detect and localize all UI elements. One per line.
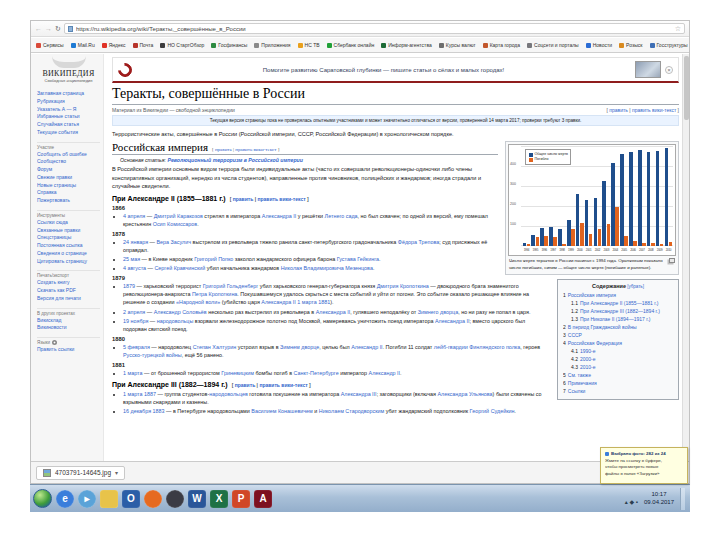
toc-entry[interactable]: 1Российская империя bbox=[563, 291, 673, 299]
sidebar-item[interactable]: Свежие правки bbox=[37, 174, 100, 182]
bookmark-item[interactable]: Карта города bbox=[483, 42, 520, 48]
sidebar-item[interactable]: Форум bbox=[37, 166, 100, 174]
sidebar-item[interactable]: Править ссылки bbox=[37, 346, 100, 354]
gear-icon[interactable] bbox=[52, 340, 57, 345]
bookmark-item[interactable]: Розыск bbox=[619, 42, 642, 48]
download-item[interactable]: 4703791-14645.jpg ▾ bbox=[36, 466, 125, 480]
sidebar-item[interactable]: Новые страницы bbox=[37, 182, 100, 190]
back-button[interactable]: ← bbox=[35, 25, 42, 32]
download-expand-caret[interactable]: ▾ bbox=[115, 469, 118, 476]
media-player-icon[interactable]: ▸ bbox=[78, 490, 96, 508]
bookmark-item[interactable]: Сервисы bbox=[36, 42, 64, 48]
wiki-link[interactable]: Александр II bbox=[369, 370, 400, 376]
toc-entry[interactable]: 1.2При Александре III (1882—1894 г.) bbox=[563, 307, 673, 315]
sidebar-item[interactable]: Сообщить об ошибке bbox=[37, 151, 100, 159]
wiki-link[interactable]: 16 декабря bbox=[123, 408, 151, 414]
bookmark-item[interactable]: Госфинансы bbox=[211, 42, 247, 48]
wiki-link[interactable]: народовольцы bbox=[157, 318, 194, 324]
bookmark-item[interactable]: НС ТВ bbox=[298, 42, 320, 48]
sidebar-item[interactable]: Сообщество bbox=[37, 158, 100, 166]
bookmark-star-icon[interactable]: ☆ bbox=[675, 25, 681, 33]
wiki-link[interactable]: Вера Засулич bbox=[156, 239, 191, 245]
reload-button[interactable]: ↻ bbox=[55, 25, 61, 32]
toc-entry[interactable]: 6Примечания bbox=[563, 379, 673, 387]
sidebar-item[interactable]: Случайная статья bbox=[37, 121, 100, 129]
acrobat-icon[interactable]: A bbox=[254, 490, 272, 508]
wiki-link[interactable]: «Народной воли» bbox=[176, 299, 220, 305]
toc-entry[interactable]: 4.32010-е bbox=[563, 363, 673, 371]
forward-button[interactable]: → bbox=[45, 25, 52, 32]
sidebar-item[interactable]: Создать книгу bbox=[37, 279, 100, 287]
edit-wikitext-link[interactable]: править вики-текст bbox=[257, 196, 305, 202]
bookmark-item[interactable]: Почта bbox=[133, 42, 154, 48]
sidebar-item[interactable]: Сведения о странице bbox=[37, 250, 100, 258]
edit-link[interactable]: править bbox=[235, 382, 256, 388]
bookmark-item[interactable]: Курсы валют bbox=[439, 42, 476, 48]
bookmark-item[interactable]: Новости bbox=[586, 42, 612, 48]
edit-wikitext-link[interactable]: править вики-текст bbox=[632, 107, 676, 113]
notification-popup[interactable]: Выбрано фото: 282 из 24Жмите на ссылку в… bbox=[600, 447, 688, 484]
wiki-link[interactable]: Санкт-Петербурге bbox=[294, 370, 339, 376]
sidebar-item[interactable]: Текущие события bbox=[37, 129, 100, 137]
wiki-link[interactable]: Русско-турецкой войны bbox=[123, 352, 182, 358]
bookmark-item[interactable]: Mail.Ru bbox=[71, 42, 95, 48]
sidebar-item[interactable]: Викиновости bbox=[37, 324, 100, 332]
wiki-link[interactable]: Григорий Попко bbox=[194, 256, 233, 262]
wiki-link[interactable]: Степан Халтурин bbox=[193, 344, 237, 350]
wiki-link[interactable]: Александра II bbox=[435, 318, 469, 324]
sidebar-item[interactable]: Постоянная ссылка bbox=[37, 242, 100, 250]
wiki-link[interactable]: Осип Комиссаров bbox=[153, 221, 197, 227]
wiki-link[interactable]: Дмитрий Каракозов bbox=[154, 213, 203, 219]
toc-entry[interactable]: 1.1При Александре II (1855—1881 г.) bbox=[563, 299, 673, 307]
wiki-link[interactable]: Александра II bbox=[261, 299, 295, 305]
sidebar-item[interactable]: Спецстраницы bbox=[37, 234, 100, 242]
toc-entry[interactable]: 1.3При Николае II (1894—1917 г.) bbox=[563, 315, 673, 323]
wiki-link[interactable]: Александра II bbox=[262, 213, 296, 219]
wiki-link[interactable]: Александр Соловьёв bbox=[154, 309, 207, 315]
wiki-link[interactable]: лейб-гвардии Финляндского полка bbox=[434, 344, 521, 350]
sidebar-item[interactable]: Справка bbox=[37, 189, 100, 197]
wiki-link[interactable]: Александра Ульянова bbox=[437, 391, 492, 397]
wiki-link[interactable]: 1883 bbox=[153, 408, 165, 414]
toc-entry[interactable]: 2В период Гражданской войны bbox=[563, 323, 673, 331]
edit-link[interactable]: править bbox=[215, 147, 232, 152]
wiki-link[interactable]: 4 апреля bbox=[123, 213, 145, 219]
toc-entry[interactable]: 4.11990-е bbox=[563, 347, 673, 355]
sidebar-item[interactable]: Викисклад bbox=[37, 317, 100, 325]
wiki-link[interactable]: Сергей Кравчинский bbox=[154, 265, 205, 271]
wiki-link[interactable]: 4 августа bbox=[123, 265, 146, 271]
wiki-link[interactable]: 25 мая bbox=[123, 256, 140, 262]
wiki-link[interactable]: Зимнего дворца bbox=[418, 309, 458, 315]
wiki-link[interactable]: 2 апреля bbox=[123, 309, 145, 315]
wiki-link[interactable]: Александра II bbox=[316, 309, 350, 315]
wiki-link[interactable]: Летнего сада bbox=[325, 213, 358, 219]
wiki-link[interactable]: Георгий Судейкин bbox=[470, 408, 515, 414]
wiki-link[interactable]: Николаем Стародворским bbox=[319, 408, 384, 414]
chart-thumbnail[interactable]: 1002003004005001994199519961997199819992… bbox=[505, 141, 679, 275]
scrollbar-thumb[interactable] bbox=[684, 56, 689, 120]
toc-entry[interactable]: 4Российская Федерация bbox=[563, 339, 673, 347]
wiki-link[interactable]: Густава Гейкинга bbox=[337, 256, 379, 262]
show-desktop-button[interactable] bbox=[680, 488, 685, 510]
url-bar[interactable]: https://ru.wikipedia.org/wiki/Теракты,_с… bbox=[64, 23, 685, 34]
sitenotice-banner[interactable]: Помогите развитию Саратовской глубинки —… bbox=[112, 57, 679, 83]
wiki-link[interactable]: Александр II bbox=[351, 344, 382, 350]
bookmark-item[interactable]: Госструктуры bbox=[650, 42, 688, 48]
bookmark-item[interactable]: Сбербанк онлайн bbox=[327, 42, 375, 48]
powerpoint-icon[interactable]: P bbox=[232, 490, 250, 508]
start-button[interactable] bbox=[33, 489, 52, 508]
wiki-link[interactable]: Василием Конашевичем bbox=[251, 408, 312, 414]
wiki-link[interactable]: народовольцев bbox=[209, 391, 248, 397]
excel-icon[interactable]: X bbox=[210, 490, 228, 508]
tray-icon[interactable]: ▪ bbox=[636, 499, 638, 505]
wiki-link[interactable]: Александра III bbox=[341, 391, 377, 397]
wiki-link[interactable]: Григорий Гольденберг bbox=[203, 283, 259, 289]
wiki-link[interactable]: 1881 bbox=[318, 299, 330, 305]
edit-wikitext-link[interactable]: править вики-текст bbox=[235, 147, 276, 152]
wikipedia-wordmark[interactable]: ВИКИПЕДИЯ bbox=[37, 69, 100, 78]
wiki-link[interactable]: 1 марта bbox=[297, 299, 317, 305]
wiki-link[interactable]: 1 марта bbox=[123, 391, 143, 397]
explorer-folder-icon[interactable] bbox=[100, 490, 118, 508]
wiki-link[interactable]: 5 февраля bbox=[123, 344, 150, 350]
sidebar-item[interactable]: Связанные правки bbox=[37, 227, 100, 235]
